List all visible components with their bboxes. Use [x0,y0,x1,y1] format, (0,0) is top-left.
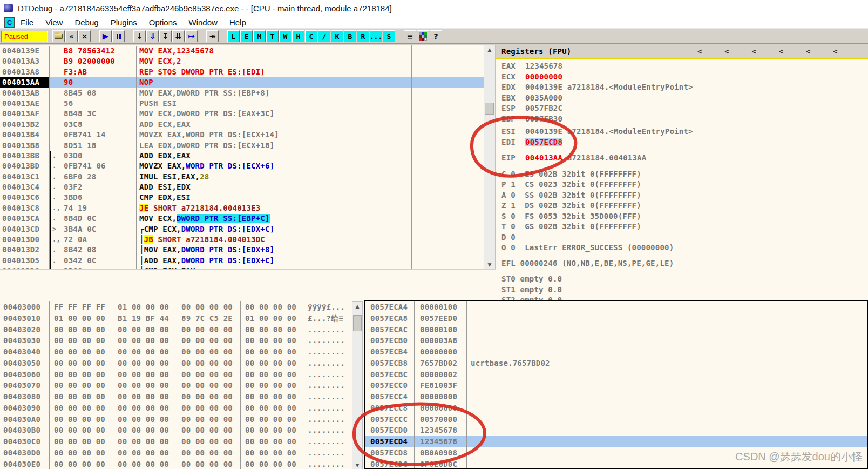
animate-over-button[interactable]: ⇊ [172,30,185,42]
flag-row[interactable]: A 0 SS 002B 32bit 0(FFFFFFFF) [501,190,868,201]
scroll-up-icon[interactable]: ▲ [484,45,495,53]
menu-item-debug[interactable]: Debug [69,18,104,27]
animate-into-button[interactable]: ⇓ [146,30,159,42]
child-window-icon[interactable]: C [4,17,15,28]
stack-row[interactable]: 0057ECD412345678 [365,436,867,447]
efl-row[interactable]: EFL 00000246 (NO,NB,E,BE,NS,PE,GE,LE) [501,258,868,269]
stack-row[interactable]: 0057ECB87657BD02ucrtbase.7657BD02 [365,358,867,369]
stack-row[interactable]: 0057ECC800000000 [365,403,867,414]
register-row[interactable]: ESI0040139E a7218184.<ModuleEntryPoint> [501,126,868,137]
menu-item-window[interactable]: Window [183,18,223,27]
flag-row[interactable]: O 0 LastErr ERROR_SUCCESS (00000000) [501,243,868,253]
scroll-thumb[interactable] [485,103,494,115]
menu-item-help[interactable]: Help [223,18,252,27]
stack-row[interactable]: 0057ECC400000000 [365,391,867,403]
scroll-thumb[interactable] [353,315,362,331]
stack-pane[interactable]: 0057ECA4000001000057ECA80057EED00057ECAC… [364,300,868,469]
view-threads-button[interactable]: T [266,30,279,42]
view-source-button[interactable]: S [383,30,395,42]
step-over-button[interactable]: ↧ [159,30,172,42]
restart-button[interactable]: « [65,30,78,42]
disassembly-scrollbar[interactable]: ▲ ▼ [484,45,496,269]
collapse-chevron-icon[interactable]: < [752,47,757,56]
flag-row[interactable]: Z 1 DS 002B 32bit 0(FFFFFFFF) [501,200,868,211]
register-row[interactable]: EBP0057FB30 [501,114,868,125]
dump-row[interactable]: 0040304000 00 00 0000 00 00 0000 00 00 0… [0,346,352,358]
flag-row[interactable]: C 0 ES 002B 32bit 0(FFFFFFFF) [501,169,868,180]
run-button[interactable]: ▶ [99,30,112,42]
help-button[interactable]: ? [430,30,442,42]
view-references-button[interactable]: R [357,30,369,42]
collapse-chevron-icon[interactable]: < [779,47,784,56]
view-log-button[interactable]: L [227,30,240,42]
view-handles-button[interactable]: H [292,30,304,42]
dump-row[interactable]: 0040303000 00 00 0000 00 00 0000 00 00 0… [0,335,352,346]
view-breakpoints-button[interactable]: B [344,30,356,42]
stack-row[interactable]: 0057ECAC00000100 [365,324,867,336]
dump-row[interactable]: 004030B000 00 00 0000 00 00 0000 00 00 0… [0,425,352,436]
register-row[interactable]: EDX0040139E a7218184.<ModuleEntryPoint> [501,82,868,93]
register-row[interactable]: ESP0057FB2C [501,103,868,114]
disassembly-pane[interactable]: 0040139EB8 78563412MOV EAX,1234567800401… [0,45,484,269]
register-row[interactable]: ECX00000000 [501,72,868,83]
register-row-eip[interactable]: EIP004013AA a7218184.004013AA [501,153,868,164]
close-button[interactable]: × [78,30,91,42]
go-to-address-button[interactable]: ↠ [206,30,219,42]
view-modules-button[interactable]: E [240,30,253,42]
collapse-chevron-icon[interactable]: < [806,47,811,56]
registers-pane[interactable]: Registers (FPU) <<<<<< EAX12345678ECX000… [496,44,868,300]
stack-row[interactable]: 0057ECCC00570000 [365,414,867,425]
view-memory-button[interactable]: M [253,30,266,42]
collapse-chevron-icon[interactable]: < [833,47,838,56]
dump-row[interactable]: 004030E000 00 00 0000 00 00 0000 00 00 0… [0,459,352,469]
collapse-chevron-icon[interactable]: < [724,47,729,56]
fpu-register-row[interactable]: ST0 empty 0.0 [501,274,868,285]
view-callstack-button[interactable]: K [331,30,343,42]
scroll-down-icon[interactable]: ▼ [352,461,362,469]
appearance-button[interactable] [417,30,429,42]
flag-row[interactable]: P 1 CS 0023 32bit 0(FFFFFFFF) [501,179,868,190]
dump-row[interactable]: 0040309000 00 00 0000 00 00 0000 00 00 0… [0,403,352,414]
dump-row[interactable]: 0040308000 00 00 0000 00 00 0000 00 00 0… [0,391,352,403]
stack-row[interactable]: 0057ECB400000000 [365,346,867,358]
stack-row[interactable]: 0057ECD012345678 [365,425,867,436]
menu-item-plugins[interactable]: Plugins [105,18,143,27]
register-row[interactable]: EBX0035A000 [501,93,868,104]
dump-row[interactable]: 004030D000 00 00 0000 00 00 0000 00 00 0… [0,447,352,459]
view-patches-button[interactable]: / [318,30,330,42]
menu-item-options[interactable]: Options [143,18,183,27]
menu-item-file[interactable]: File [15,18,39,27]
dump-row[interactable]: 0040301001 00 00 00B1 19 BF 4489 7C C5 2… [0,313,352,324]
dump-row[interactable]: 0040307000 00 00 0000 00 00 0000 00 00 0… [0,380,352,391]
dump-row[interactable]: 0040306000 00 00 0000 00 00 0000 00 00 0… [0,369,352,380]
dump-row[interactable]: 004030A000 00 00 0000 00 00 0000 00 00 0… [0,414,352,425]
execute-till-return-button[interactable]: ↦ [185,30,198,42]
collapse-chevron-icon[interactable]: < [697,47,702,56]
fpu-register-row[interactable]: ST1 empty 0.0 [501,285,868,296]
view-list-button[interactable]: ≡ [404,30,416,42]
memory-dump-pane[interactable]: 00403000FF FF FF FF01 00 00 0000 00 00 0… [0,302,352,469]
menu-item-view[interactable]: View [39,18,69,27]
scroll-down-icon[interactable]: ▼ [484,260,495,269]
dump-row[interactable]: 0040302000 00 00 0000 00 00 0000 00 00 0… [0,324,352,336]
flag-row[interactable]: S 0 FS 0053 32bit 35D000(FFF) [501,211,868,222]
step-into-button[interactable]: ↓ [133,30,146,42]
stack-row[interactable]: 0057ECA80057EED0 [365,313,867,324]
dump-scrollbar[interactable]: ▲ ▼ [352,302,363,469]
dump-row[interactable]: 0040305000 00 00 0000 00 00 0000 00 00 0… [0,358,352,369]
open-file-button[interactable] [52,30,65,42]
pause-button[interactable] [112,30,125,42]
register-row[interactable]: EDI0057ECD8 [501,137,868,148]
register-row[interactable]: EAX12345678 [501,61,868,72]
view-cpu-button[interactable]: C [305,30,317,42]
dump-row[interactable]: 004030C000 00 00 0000 00 00 0000 00 00 0… [0,436,352,447]
stack-row[interactable]: 0057ECBC00000002 [365,369,867,380]
flag-row[interactable]: T 0 GS 002B 32bit 0(FFFFFFFF) [501,222,868,232]
stack-row[interactable]: 0057ECB0000003A8 [365,335,867,346]
flag-row[interactable]: D 0 [501,232,868,243]
stack-row[interactable]: 0057ECC0FE81003F [365,380,867,391]
scroll-up-icon[interactable]: ▲ [352,302,362,310]
stack-row[interactable]: 0057ECA400000100 [365,302,867,313]
dump-row[interactable]: 00403000FF FF FF FF01 00 00 0000 00 00 0… [0,302,352,313]
view-windows-button[interactable]: W [279,30,291,42]
